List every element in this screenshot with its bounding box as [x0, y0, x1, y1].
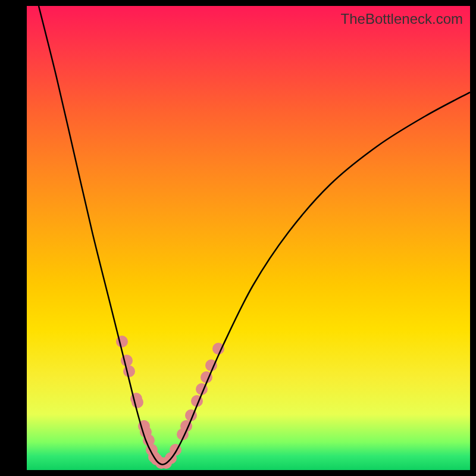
marker-dot — [212, 343, 224, 355]
markers-group — [116, 336, 224, 469]
bottleneck-curve — [39, 6, 470, 465]
marker-dot — [123, 365, 135, 377]
plot-area: TheBottleneck.com — [27, 6, 470, 470]
watermark-text: TheBottleneck.com — [341, 11, 463, 27]
chart-svg — [27, 6, 470, 470]
chart-container: TheBottleneck.com — [0, 0, 476, 476]
